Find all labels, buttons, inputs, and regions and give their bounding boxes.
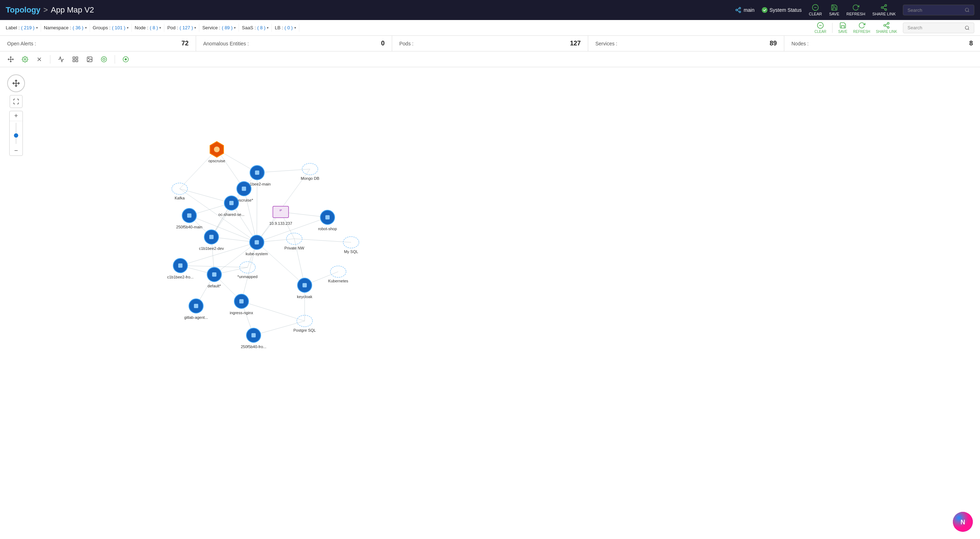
refresh-button[interactable]: REFRESH (846, 4, 865, 16)
stat-nodes: Nodes :8 (784, 36, 980, 51)
graph-node-mongodb[interactable]: Mongo DB (301, 163, 319, 180)
path-tool[interactable] (56, 54, 66, 64)
svg-rect-97 (251, 333, 256, 337)
svg-point-17 (884, 25, 886, 26)
graph-node-unmapped[interactable]: *unmapped (237, 262, 258, 279)
share-link-button[interactable]: SHARE LINK (872, 4, 896, 16)
search-icon (965, 7, 970, 13)
graph-node-gitlab-agent[interactable]: gitlab-agent... (184, 299, 208, 319)
main-search-box[interactable] (903, 22, 974, 33)
breadcrumb-separator: > (43, 5, 48, 14)
svg-text:kube-system: kube-system (246, 252, 268, 256)
graph-node-c1b1bee2-dev[interactable]: c1b1bee2-dev (199, 230, 224, 250)
svg-text:opscruise: opscruise (208, 159, 225, 163)
toolbar-separator-1 (832, 23, 832, 33)
graph-edge (257, 169, 310, 173)
svg-rect-44 (255, 171, 259, 175)
svg-rect-86 (302, 283, 307, 287)
user-avatar[interactable]: N (953, 512, 973, 532)
breadcrumb-page-title: App Map V2 (51, 5, 94, 14)
stat-anomalous: Anomalous Entities :0 (196, 36, 392, 51)
filter-saas[interactable]: SaaS :( 8 )▾ (239, 24, 272, 32)
graph-edge (180, 189, 231, 203)
settings-tool[interactable] (20, 54, 30, 64)
svg-point-1 (736, 9, 738, 11)
graph-node-keycloak[interactable]: keycloak (297, 278, 312, 299)
main-search-input[interactable] (907, 25, 962, 30)
graph-edge (242, 242, 257, 301)
graph-node-c1b1bee2-fro[interactable]: c1b1bee2-fro... (167, 258, 194, 279)
filter-pod[interactable]: Pod :( 127 )▾ (164, 24, 199, 32)
graph-node-kafka[interactable]: Kafka (172, 183, 188, 200)
image-tool[interactable] (84, 54, 95, 64)
save-filter-button[interactable]: SAVE (838, 22, 848, 33)
main-canvas[interactable]: + − opscruisec1b1bee2-mainMongo DBKafkao… (0, 67, 980, 539)
graph-node-250f5b40-fro[interactable]: 250f5b40-fro... (241, 328, 266, 349)
graph-node-robot-shop[interactable]: robot-shop (318, 210, 337, 231)
graph-node-ip-router[interactable]: IP10.9.133.237 (269, 206, 292, 226)
main-label: main (744, 7, 754, 13)
close-tool[interactable] (34, 54, 44, 64)
graph-node-kube-system[interactable]: kube-system (246, 235, 268, 256)
save-button[interactable]: SAVE (829, 4, 839, 16)
move-tool[interactable] (6, 54, 16, 64)
graph-node-opscruise-top[interactable]: opscruise (208, 142, 225, 163)
graph-node-250f5b40-main[interactable]: 250f5b40-main (176, 208, 202, 229)
clear-filter-button[interactable]: CLEAR (814, 22, 826, 33)
svg-line-13 (968, 11, 969, 12)
graph-node-mysql[interactable]: My SQL (343, 237, 359, 254)
stat-pods: Pods :127 (392, 36, 588, 51)
refresh-filter-label: REFRESH (853, 30, 870, 33)
filter-left: Label :( 219 )▾Namespace :( 36 )▾Groups … (6, 24, 299, 32)
filter-label[interactable]: Label :( 219 )▾ (6, 24, 41, 32)
filter-namespace[interactable]: Namespace :( 36 )▾ (41, 24, 90, 32)
svg-text:c1b1bee2-fro...: c1b1bee2-fro... (167, 275, 194, 279)
pan-control[interactable] (7, 74, 25, 92)
filter-node[interactable]: Node :( 8 )▾ (132, 24, 164, 32)
graph-node-ingress-nginx[interactable]: ingress-nginx (230, 294, 253, 315)
svg-text:10.9.133.237: 10.9.133.237 (269, 221, 292, 226)
svg-point-18 (888, 26, 889, 28)
svg-point-12 (966, 8, 969, 11)
svg-text:Mongo DB: Mongo DB (301, 176, 319, 180)
donut-tool[interactable] (99, 54, 109, 64)
filter-lb[interactable]: LB :( 0 )▾ (272, 24, 299, 32)
svg-text:*unmapped: *unmapped (237, 274, 258, 279)
svg-rect-89 (194, 304, 198, 308)
radio-tool[interactable] (121, 54, 131, 64)
svg-text:Private NW: Private NW (284, 246, 304, 250)
filter-service[interactable]: Service :( 89 )▾ (199, 24, 239, 32)
zoom-slider[interactable] (15, 123, 17, 144)
svg-line-10 (883, 8, 885, 9)
filter-groups[interactable]: Groups :( 101 )▾ (90, 24, 132, 32)
search-box[interactable] (903, 5, 974, 15)
svg-point-37 (125, 58, 127, 60)
layout-tool[interactable] (70, 54, 80, 64)
graph-node-default[interactable]: default* (207, 267, 221, 288)
graph-node-kubernetes[interactable]: Kubernetes (328, 266, 348, 283)
svg-point-35 (103, 58, 105, 61)
graph-edge (244, 189, 257, 242)
svg-point-33 (88, 58, 89, 59)
system-status-indicator: System Status (762, 7, 802, 13)
graph-node-private-nw[interactable]: Private NW (284, 233, 304, 250)
zoom-control: + − (9, 111, 23, 156)
status-dot (762, 7, 767, 13)
refresh-filter-button[interactable]: REFRESH (853, 22, 870, 33)
svg-rect-51 (242, 187, 246, 191)
zoom-out-button[interactable]: − (10, 145, 22, 155)
fit-view-button[interactable] (10, 95, 22, 108)
filter-right: CLEAR SAVE REFRESH SHARE LINK (814, 22, 974, 33)
share-nodes-icon (735, 7, 741, 13)
svg-point-16 (888, 22, 889, 24)
svg-point-25 (24, 58, 26, 60)
svg-text:Kafka: Kafka (175, 196, 185, 200)
svg-text:keycloak: keycloak (297, 295, 312, 299)
share-filter-button[interactable]: SHARE LINK (876, 22, 897, 33)
search-input[interactable] (907, 8, 962, 13)
breadcrumb-topology[interactable]: Topology (6, 5, 40, 14)
zoom-in-button[interactable]: + (10, 111, 22, 121)
clear-button[interactable]: CLEAR (809, 4, 822, 16)
svg-text:oc-shared-se...: oc-shared-se... (218, 212, 244, 217)
svg-point-9 (885, 9, 887, 10)
